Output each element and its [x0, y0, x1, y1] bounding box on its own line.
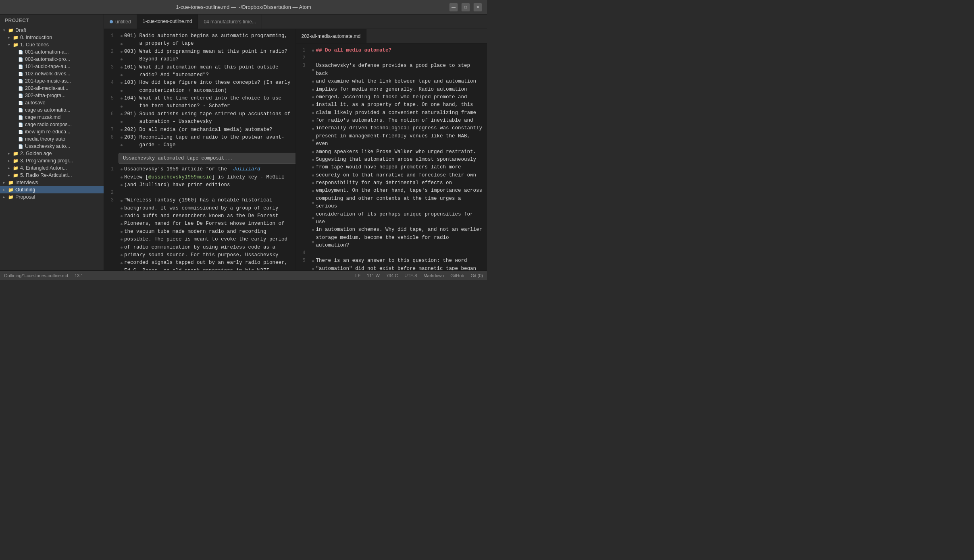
sidebar-item-cage-muzak[interactable]: 📄 cage muzak.md — [0, 114, 104, 121]
line-content: from tape would have helped promoters la… — [316, 164, 484, 171]
sidebar-item-golden[interactable]: ▸ 📁 2. Golden age — [0, 150, 104, 157]
line-number: 1 — [104, 166, 119, 173]
line-gutter — [119, 79, 124, 87]
right-editor-content[interactable]: 1 ## Do all media automate? 2 3 Us — [296, 44, 487, 270]
line-content: 003) What did programming mean at this p… — [124, 48, 292, 56]
code-line: background. It was commissioned by a gro… — [104, 205, 296, 212]
sidebar-item-label: 4. Entangled Auton... — [20, 165, 67, 171]
line-content: computerization + automation) — [124, 87, 292, 95]
code-line: employment. On the other hand, tape's im… — [296, 187, 487, 195]
sidebar-item-002a[interactable]: 📄 002-automatic-pro... — [0, 56, 104, 63]
code-line: the term automation? - Schafer — [104, 102, 296, 110]
tab-04-mfg[interactable]: 04 manufacturers time... — [198, 15, 262, 29]
folder-icon: 📁 — [13, 158, 19, 164]
line-content: automation - Ussachevsky — [124, 118, 292, 126]
sidebar-item-radio[interactable]: ▸ 📁 5. Radio Re-Articulati... — [0, 172, 104, 179]
line-gutter — [119, 259, 124, 267]
sidebar-item-entangled[interactable]: ▸ 📁 4. Entangled Auton... — [0, 164, 104, 172]
code-line: (and Jiulliard) have print editions — [104, 181, 296, 189]
sidebar-item-label: 1. Cue tones — [20, 42, 49, 48]
line-number — [296, 211, 310, 226]
line-number — [296, 148, 310, 156]
line-number: 2 — [104, 48, 119, 56]
line-gutter — [310, 156, 316, 164]
status-syntax: Markdown — [423, 273, 444, 278]
line-content: 201) Sound artists using tape stirred up… — [124, 110, 292, 118]
line-content: Pioneers, named for Lee De Forrest whose… — [124, 220, 292, 228]
sidebar-item-media-theory[interactable]: 📄 media theory auto — [0, 135, 104, 143]
line-content: Ed G. Raser, on old spark generators in … — [124, 267, 292, 270]
left-editor-content[interactable]: 1 001) Radio automation begins as automa… — [104, 29, 296, 270]
tab-cue-tones[interactable]: 1-cue-tones-outline.md — [137, 15, 198, 29]
sidebar-item-label: cage as automatio... — [25, 107, 71, 113]
code-line: 2 — [104, 189, 296, 197]
chevron-down-icon: ▾ — [3, 28, 8, 32]
file-icon: 📄 — [18, 101, 23, 105]
sidebar: Project ▾ 📁 Draft ▸ 📁 0. Introduction ▾ … — [0, 15, 104, 270]
code-line: of radio communication by using wireless… — [104, 244, 296, 251]
file-icon: 📄 — [18, 72, 23, 76]
line-number: 8 — [104, 134, 119, 141]
sidebar-item-autosave[interactable]: 📄 autosave — [0, 99, 104, 106]
sidebar-item-302a[interactable]: 📄 302-aftra-progra... — [0, 92, 104, 99]
chevron-down-icon: ▾ — [8, 43, 13, 47]
line-number — [104, 212, 119, 220]
line-number — [104, 40, 119, 48]
line-content — [316, 54, 484, 62]
close-button[interactable]: ✕ — [473, 3, 482, 12]
line-content: 101) What did automation mean at this po… — [124, 64, 292, 71]
sidebar-item-proposal[interactable]: ▸ 📁 Proposal — [0, 193, 104, 201]
sidebar-item-101a[interactable]: 📄 101-audio-tape-au... — [0, 63, 104, 70]
code-line: automation - Ussachevsky — [104, 118, 296, 126]
code-line: present in management-friendly venues li… — [296, 133, 487, 148]
line-gutter — [310, 117, 316, 124]
autocomplete-popup[interactable]: Ussachevsky automated tape composit... — [119, 153, 296, 164]
sidebar-item-interviews[interactable]: ▸ 📁 Interviews — [0, 179, 104, 186]
line-gutter — [310, 62, 316, 78]
sidebar-item-ussachevsky[interactable]: 📄 Ussachevsky auto... — [0, 143, 104, 150]
status-path: Outlining/1-cue-tones-outline.md — [4, 273, 68, 278]
sidebar-item-label: Draft — [15, 27, 26, 33]
sidebar-item-label: 101-audio-tape-au... — [25, 64, 71, 69]
code-line: responsibility for any detrimental effec… — [296, 179, 487, 187]
sidebar-item-label: 102-network-dives... — [25, 71, 71, 77]
code-line: a property of tape — [104, 40, 296, 48]
sidebar-item-cue-tones[interactable]: ▾ 📁 1. Cue tones — [0, 41, 104, 48]
sidebar-item-prog[interactable]: ▸ 📁 3. Programming progr... — [0, 157, 104, 164]
maximize-button[interactable]: □ — [461, 3, 470, 12]
tabs-bar: untitled 1-cue-tones-outline.md 04 manuf… — [104, 15, 487, 29]
right-pane-tab[interactable]: 202-all-media-automate.md — [296, 29, 367, 43]
sidebar-item-001a[interactable]: 📄 001-automation-a... — [0, 48, 104, 56]
file-icon: 📄 — [18, 57, 23, 62]
sidebar-item-201a[interactable]: 📄 201-tape-music-as... — [0, 77, 104, 85]
sidebar-item-cage-radio[interactable]: 📄 cage radio compos... — [0, 121, 104, 128]
line-content: recorded signals tapped out by an early … — [124, 259, 292, 267]
line-number — [104, 220, 119, 228]
minimize-button[interactable]: — — [449, 3, 458, 12]
line-gutter — [119, 205, 124, 212]
sidebar-item-label: cage radio compos... — [25, 122, 72, 127]
line-number — [104, 251, 119, 259]
code-line: implies for media more generally. Radio … — [296, 86, 487, 93]
sidebar-item-intro[interactable]: ▸ 📁 0. Introduction — [0, 34, 104, 41]
line-content: 104) What at the time entered into the c… — [124, 95, 292, 102]
sidebar-item-cage-auto[interactable]: 📄 cage as automatio... — [0, 106, 104, 114]
line-number — [104, 244, 119, 251]
line-gutter — [310, 124, 316, 132]
sidebar-item-draft[interactable]: ▾ 📁 Draft — [0, 27, 104, 34]
sidebar-item-outlining[interactable]: ▸ 📁 Outlining — [0, 186, 104, 193]
sidebar-item-102a[interactable]: 📄 102-network-dives... — [0, 70, 104, 77]
code-line: Suggesting that automation arose almost … — [296, 156, 487, 164]
code-line: 3 Ussachevsky's defense provides a good … — [296, 62, 487, 78]
sidebar-item-202a[interactable]: 📄 202-all-media-aut... — [0, 85, 104, 92]
line-gutter — [310, 54, 316, 62]
tab-untitled[interactable]: untitled — [104, 15, 137, 29]
line-gutter — [310, 86, 316, 93]
line-gutter — [310, 78, 316, 85]
line-number — [104, 56, 119, 63]
status-word-count: 111 W — [367, 273, 380, 278]
file-icon: 📄 — [18, 137, 23, 141]
code-line: Pioneers, named for Lee De Forrest whose… — [104, 220, 296, 228]
line-gutter — [119, 244, 124, 251]
sidebar-item-ibew[interactable]: 📄 ibew igm re-educa... — [0, 128, 104, 135]
